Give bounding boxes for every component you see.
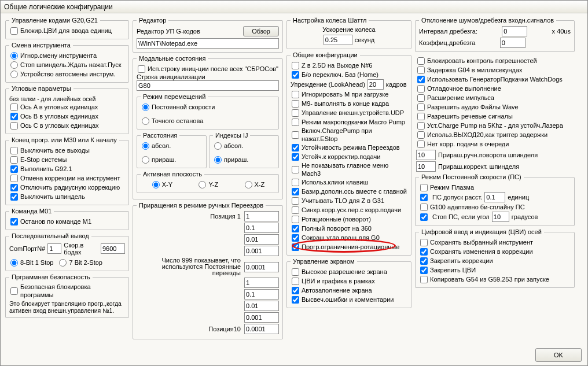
bazir-checkbox[interactable]: Базир.дополн.ось вместе с главной bbox=[291, 187, 407, 196]
lookahead-input[interactable] bbox=[368, 79, 384, 90]
dist-inc-radio[interactable]: прираш. bbox=[141, 155, 176, 164]
m9end-checkbox[interactable]: M9- выполнять в конце кадра bbox=[291, 99, 407, 108]
group-ij: Индексы IJ абсол. прираш. bbox=[209, 132, 279, 168]
chpump5k-checkbox[interactable]: Уст.Charge Pump на 5Khz - для устойч.Лаз… bbox=[416, 121, 574, 130]
inc-4-input[interactable] bbox=[244, 246, 279, 256]
noqueue-checkbox[interactable]: Нет корр. подачи в очереди bbox=[416, 139, 574, 149]
shortrot-checkbox[interactable]: Сокращ.угла вращ.для G0 bbox=[291, 233, 407, 242]
nohome-checkbox[interactable]: Б/о переключ. Баз (Home) bbox=[291, 70, 407, 79]
chargepump-checkbox[interactable]: Включ.ChargePump при нажат.EStop bbox=[291, 127, 407, 143]
constvel-radio[interactable]: Постоянной скорости bbox=[141, 102, 215, 112]
stopangle-checkbox[interactable] bbox=[420, 213, 428, 221]
auto-change-radio[interactable]: Устройство автосмены инструм. bbox=[9, 69, 125, 79]
plasma-checkbox[interactable]: Режим Плазма bbox=[419, 183, 571, 192]
axis-a-checkbox[interactable]: Ось A в угловых единицах bbox=[9, 102, 125, 112]
jogstable-checkbox[interactable]: Устойчивость режима Переездов bbox=[291, 143, 407, 152]
m1-stop-checkbox[interactable]: Останов по команде M1 bbox=[9, 217, 125, 226]
plane-xz-radio[interactable]: X-Z bbox=[244, 180, 265, 189]
noise-interval-input[interactable] bbox=[502, 26, 527, 36]
framed-checkbox[interactable]: ЦВИ и графика в рамках bbox=[291, 276, 407, 286]
ok-button[interactable]: OK bbox=[535, 348, 582, 362]
speak-checkbox[interactable]: Разрешить речевые сигналы bbox=[416, 112, 574, 121]
browse-button[interactable]: Обзор bbox=[243, 26, 279, 36]
safety-lock-checkbox[interactable]: Безопасная блокировка программы bbox=[9, 283, 125, 299]
wave-checkbox[interactable]: Разрешить аудио Файлы Wave bbox=[416, 102, 574, 112]
rotational-checkbox[interactable]: Ротационные (поворот) bbox=[291, 215, 407, 224]
tlo-checkbox[interactable]: Учитывать TLO для Z в G31 bbox=[291, 196, 407, 205]
distallow-checkbox[interactable] bbox=[420, 194, 428, 201]
macropump-checkbox[interactable]: Режим макроподкачки Macro Pump bbox=[291, 117, 407, 127]
out20-checkbox[interactable]: Использ.ВЫХОД20,как триггер задержки bbox=[416, 130, 574, 139]
group-toolchange: Смена инструмента Игнор.смену инструмент… bbox=[5, 42, 129, 83]
bit7-radio[interactable]: 7 Bit 2-Stop bbox=[58, 258, 102, 267]
inc-3-input[interactable] bbox=[244, 234, 279, 245]
lockacc-checkbox[interactable]: Блокировать контроль погрешностей bbox=[416, 56, 574, 65]
group-g20g21: Управление кодами G20,G21 Блокир.ЦВИ для… bbox=[5, 17, 129, 39]
watchdog-checkbox[interactable]: Использовать ГенераторПодкачки WatchDogs bbox=[416, 75, 574, 84]
comport-input[interactable] bbox=[47, 243, 61, 254]
spcorrinc-input[interactable] bbox=[416, 161, 436, 172]
lock-cbi-checkbox[interactable]: Блокир.ЦВИ для ввода единиц bbox=[9, 26, 125, 35]
estop-checkbox[interactable]: E-Stop системы bbox=[9, 155, 125, 164]
udp-checkbox[interactable]: Управление внешн.устройств.UDP bbox=[291, 108, 407, 117]
axis-b-checkbox[interactable]: Ось B в угловых единицах bbox=[9, 112, 125, 121]
group-distance: Расстояния абсол. прираш. bbox=[137, 132, 207, 168]
off-all-checkbox[interactable]: Выключить все выходы bbox=[9, 146, 125, 155]
g100-checkbox[interactable]: G100 адаптивно би-сплайну ПС bbox=[419, 202, 571, 212]
editor-path-input[interactable] bbox=[137, 38, 279, 49]
z25d-checkbox[interactable]: Z в 2.5D на Выходе N#6 bbox=[291, 61, 407, 70]
proglimit-checkbox[interactable]: Прогр.ограничения-ротационные bbox=[291, 242, 407, 252]
stopangle-input[interactable] bbox=[492, 212, 509, 222]
stop-spindle-radio[interactable]: Стоп шпиндель.Ждать нажат.Пуск bbox=[9, 60, 125, 69]
dist-abs-radio[interactable]: абсол. bbox=[141, 141, 171, 150]
bit8-radio[interactable]: 8-Bit 1 Stop bbox=[9, 258, 53, 267]
lookahead-unit: кадров bbox=[386, 81, 407, 88]
inc-9-input[interactable] bbox=[244, 312, 279, 323]
g04ms-checkbox[interactable]: Задержка G04 в миллисекундах bbox=[416, 65, 574, 75]
spindleoff-checkbox[interactable]: Выключить шпиндель bbox=[9, 192, 125, 201]
highlight-checkbox[interactable]: Высвеч.ошибки и комментарии bbox=[291, 295, 407, 304]
autofill-checkbox[interactable]: Автозаполнение экрана bbox=[291, 286, 407, 295]
init-string-input[interactable] bbox=[137, 80, 279, 91]
savetool-checkbox[interactable]: Сохранять выбранный инструмент bbox=[419, 238, 571, 247]
radcorr-checkbox[interactable]: Отключить радиусную коррекцию bbox=[9, 183, 125, 192]
savecorr-checkbox[interactable]: Сохранять изменения в коррекции bbox=[419, 247, 571, 256]
ignore-m-checkbox[interactable]: Игнорировать M при загрузке bbox=[291, 90, 407, 99]
feedcorr-checkbox[interactable]: Устойч.к корректир.подачи bbox=[291, 152, 407, 161]
plane-xy-radio[interactable]: X-Y bbox=[151, 180, 172, 189]
inc-10-input[interactable] bbox=[244, 324, 279, 334]
shuttle-accel-input[interactable] bbox=[324, 35, 352, 45]
lockcbi-checkbox[interactable]: Закрепить ЦВИ bbox=[419, 265, 571, 275]
inc-2-input[interactable] bbox=[244, 223, 279, 233]
init-reset-checkbox[interactable]: Исп.строку иниц-ции после всех "СБРОСов" bbox=[137, 64, 279, 73]
axis-c-checkbox[interactable]: Ось C в угловых единицах bbox=[9, 121, 125, 130]
inc-5-input[interactable] bbox=[244, 262, 279, 272]
inc-1-input[interactable] bbox=[244, 211, 279, 221]
debug-checkbox[interactable]: Отладочное выполнение bbox=[416, 84, 574, 93]
hires-checkbox[interactable]: Высокое разрешение экрана bbox=[291, 267, 407, 276]
ij-abs-radio[interactable]: абсол. bbox=[213, 141, 243, 150]
impext-checkbox[interactable]: Расширение импульса bbox=[416, 93, 574, 102]
fullrot-checkbox[interactable]: Полный поворот на 360 bbox=[291, 224, 407, 233]
group-serial: Последовательный вывод ComПортN# Скор.в … bbox=[5, 232, 129, 271]
copyg54-checkbox[interactable]: Копировать G54 из G59.253 при запуске bbox=[419, 275, 571, 284]
spmaninc-input[interactable] bbox=[416, 150, 436, 160]
ij-inc-radio[interactable]: прираш. bbox=[213, 155, 248, 164]
inc-7-input[interactable] bbox=[244, 289, 279, 300]
baud-input[interactable] bbox=[101, 243, 125, 254]
toolcorr-checkbox[interactable]: Отмена коррекции на инструмент bbox=[9, 173, 125, 183]
exactstop-radio[interactable]: Точного останова bbox=[141, 116, 203, 125]
synccorr-checkbox[interactable]: Синхр.корр.уск.пер.с корр.подачи bbox=[291, 205, 407, 215]
inc-8-input[interactable] bbox=[244, 301, 279, 311]
group-plane: Активная плоскость X-Y Y-Z X-Z bbox=[137, 171, 279, 193]
keyclicks-checkbox[interactable]: Использ.клики клавиш bbox=[291, 178, 407, 187]
inc-6-input[interactable] bbox=[244, 278, 279, 288]
ignore-toolchange-radio[interactable]: Игнор.смену инструмента bbox=[9, 51, 125, 60]
stopangle-label: Стоп ПС, если угол bbox=[432, 213, 490, 220]
noise-coeff-input[interactable] bbox=[500, 38, 525, 48]
lockcorr-checkbox[interactable]: Закрепить коррекции bbox=[419, 256, 571, 265]
showmenu-checkbox[interactable]: Не показывать главное меню Mach3 bbox=[291, 161, 407, 178]
plane-yz-radio[interactable]: Y-Z bbox=[197, 180, 218, 189]
distallow-input[interactable] bbox=[484, 192, 505, 202]
g921-checkbox[interactable]: Выполнить G92.1 bbox=[9, 164, 125, 173]
